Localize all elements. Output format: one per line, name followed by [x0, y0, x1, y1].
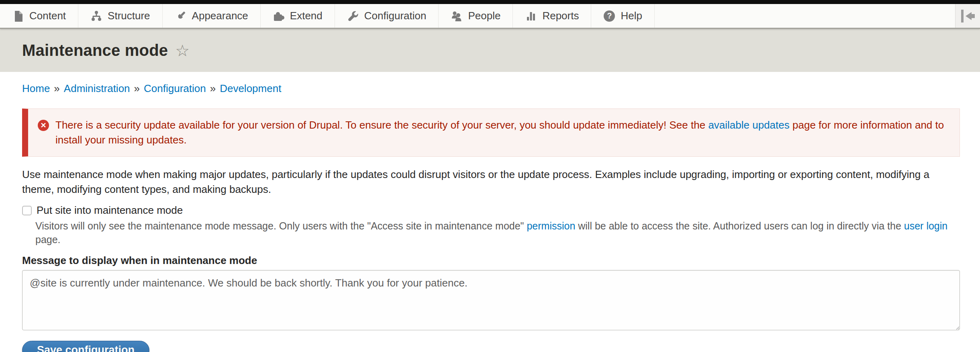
toolbar-item-label: Configuration	[364, 10, 427, 22]
toolbar-item-label: Help	[621, 10, 642, 22]
error-message: ✕ There is a security update available f…	[22, 108, 960, 157]
description-part3: page.	[35, 234, 61, 245]
maintenance-mode-checkbox[interactable]	[22, 206, 32, 215]
error-icon: ✕	[38, 120, 49, 131]
collapse-left-icon	[961, 10, 964, 23]
admin-toolbar: Content Structure Appearance Extend Conf…	[0, 4, 980, 29]
toolbar-collapse-button[interactable]	[955, 4, 980, 28]
question-icon: ?	[603, 10, 615, 22]
puzzle-icon	[273, 10, 285, 22]
maintenance-mode-description: Visitors will only see the maintenance m…	[35, 219, 960, 246]
toolbar-item-reports[interactable]: Reports	[513, 4, 591, 28]
description-part2: will be able to access the site. Authori…	[575, 220, 904, 231]
breadcrumb-link-home[interactable]: Home	[22, 82, 50, 94]
page-header: Maintenance mode ☆	[0, 29, 980, 72]
breadcrumb-separator: »	[54, 82, 59, 94]
maintenance-mode-checkbox-label[interactable]: Put site into maintenance mode	[37, 204, 183, 217]
toolbar-item-label: Reports	[542, 10, 579, 22]
toolbar-item-extend[interactable]: Extend	[261, 4, 335, 28]
toolbar-item-label: Content	[29, 10, 66, 22]
breadcrumb-link-administration[interactable]: Administration	[64, 82, 130, 94]
collapse-arrow-icon	[966, 12, 972, 20]
bar-chart-icon	[525, 10, 537, 22]
toolbar-item-configuration[interactable]: Configuration	[335, 4, 439, 28]
breadcrumb-separator: »	[134, 82, 140, 94]
collapse-arrow-tail	[972, 14, 975, 18]
toolbar-item-label: Extend	[290, 10, 323, 22]
description-part1: Visitors will only see the maintenance m…	[35, 220, 527, 231]
paintbrush-icon	[175, 10, 187, 22]
intro-text: Use maintenance mode when making major u…	[22, 167, 960, 197]
error-message-text: There is a security update available for…	[55, 118, 948, 147]
permission-link[interactable]: permission	[527, 220, 575, 231]
user-login-link[interactable]: user login	[904, 220, 947, 231]
save-configuration-button[interactable]: Save configuration	[22, 341, 149, 352]
people-icon	[451, 10, 463, 22]
star-outline-icon[interactable]: ☆	[175, 43, 190, 59]
wrench-icon	[347, 10, 359, 22]
available-updates-link[interactable]: available updates	[708, 119, 789, 131]
breadcrumb-link-development[interactable]: Development	[220, 82, 281, 94]
maintenance-mode-checkbox-row: Put site into maintenance mode	[22, 204, 960, 217]
toolbar-item-label: Appearance	[192, 10, 248, 22]
breadcrumb-link-configuration[interactable]: Configuration	[144, 82, 206, 94]
page-title: Maintenance mode	[22, 41, 168, 59]
toolbar-item-appearance[interactable]: Appearance	[163, 4, 261, 28]
toolbar-item-content[interactable]: Content	[0, 4, 78, 28]
toolbar-item-structure[interactable]: Structure	[78, 4, 163, 28]
file-icon	[12, 10, 24, 22]
breadcrumb: Home»Administration»Configuration»Develo…	[22, 82, 960, 95]
toolbar-item-label: People	[468, 10, 500, 22]
toolbar-spacer	[655, 4, 955, 28]
breadcrumb-separator: »	[210, 82, 216, 94]
sitemap-icon	[90, 10, 102, 22]
maintenance-message-textarea[interactable]	[22, 270, 960, 330]
toolbar-item-people[interactable]: People	[439, 4, 513, 28]
main-content: Home»Administration»Configuration»Develo…	[0, 72, 980, 352]
error-text-before: There is a security update available for…	[55, 119, 708, 131]
toolbar-item-label: Structure	[108, 10, 150, 22]
toolbar-item-help[interactable]: ? Help	[591, 4, 654, 28]
admin-toolbar-top-strip	[0, 0, 980, 4]
message-field-label: Message to display when in maintenance m…	[22, 254, 960, 267]
